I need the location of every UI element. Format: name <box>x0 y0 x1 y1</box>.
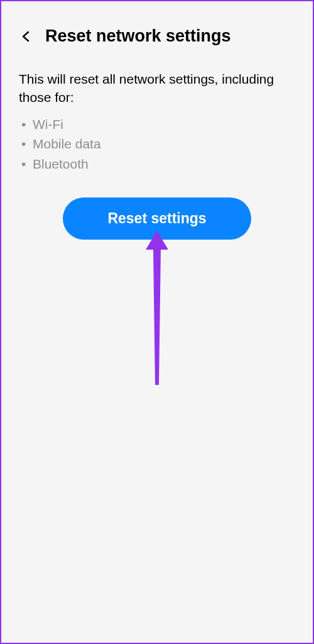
list-item: Wi-Fi <box>33 114 295 135</box>
header: Reset network settings <box>1 1 313 58</box>
list-item: Bluetooth <box>33 154 295 174</box>
reset-settings-button[interactable]: Reset settings <box>63 197 251 240</box>
list-item: Mobile data <box>33 134 295 154</box>
arrow-annotation-icon <box>138 225 176 391</box>
settings-list: Wi-Fi Mobile data Bluetooth <box>1 114 313 174</box>
description-text: This will reset all network settings, in… <box>1 58 313 114</box>
button-container: Reset settings <box>1 174 313 240</box>
page-title: Reset network settings <box>45 26 231 46</box>
back-icon[interactable] <box>19 29 34 44</box>
